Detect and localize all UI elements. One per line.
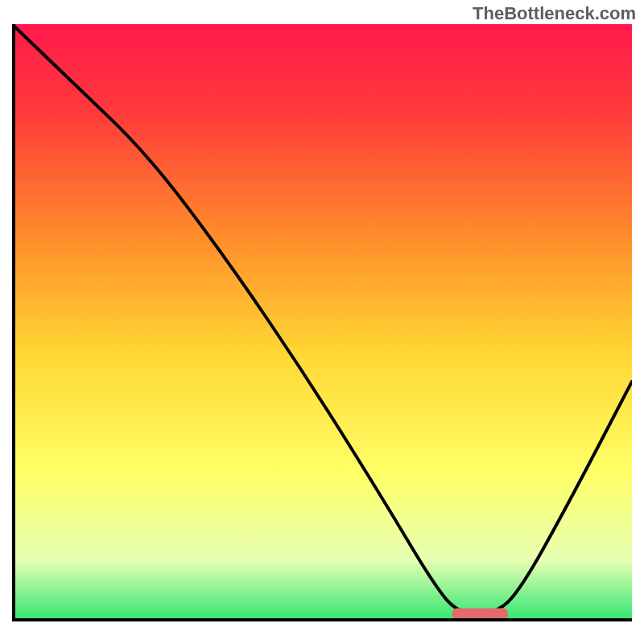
plot-area [12,24,632,632]
plot-svg [12,24,632,632]
optimal-range-marker [452,609,508,620]
chart-container: TheBottleneck.com [0,0,644,644]
watermark-text: TheBottleneck.com [473,3,636,24]
